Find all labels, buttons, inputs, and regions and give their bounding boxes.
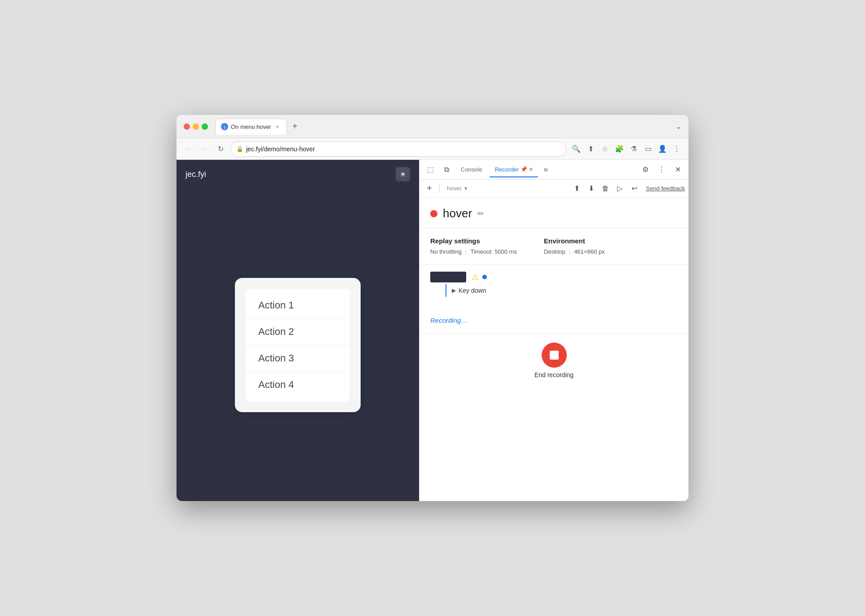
step-dot — [482, 275, 487, 279]
edit-title-icon[interactable]: ✏ — [477, 209, 484, 219]
tab-title: On menu hover — [231, 123, 271, 130]
environment-details: Desktop | 461×660 px — [544, 248, 605, 255]
back-button[interactable]: ← — [182, 143, 194, 155]
traffic-lights — [184, 123, 208, 130]
devtools-close-icon[interactable]: ✕ — [671, 163, 685, 177]
recorder-tab-close[interactable]: × — [529, 166, 533, 173]
tab-console[interactable]: Console — [455, 163, 488, 177]
menu-item-4[interactable]: Action 4 — [246, 372, 350, 398]
browser-window: j On menu hover × + ⌄ ← → ↻ 🔒 jec.fyi/de… — [177, 115, 688, 501]
site-title: jec.fyi — [185, 170, 206, 179]
address-bar: ← → ↻ 🔒 jec.fyi/demo/menu-hover 🔍 ⬆ ☆ 🧩 … — [177, 138, 688, 160]
replay-details: No throttling | Timeout: 5000 ms — [430, 248, 517, 255]
menu-item-2[interactable]: Action 2 — [246, 319, 350, 345]
key-down-step[interactable]: ▶ Key down — [452, 287, 486, 294]
recording-title: hover — [443, 207, 472, 220]
menu-card: Action 1 Action 2 Action 3 Action 4 — [235, 278, 361, 412]
details-divider: | — [465, 248, 467, 255]
address-field[interactable]: 🔒 jec.fyi/demo/menu-hover — [230, 141, 566, 157]
more-icon[interactable]: ⋮ — [671, 143, 683, 155]
step-bar — [430, 272, 466, 282]
toolbar-divider — [439, 184, 440, 193]
end-recording-label: End recording — [534, 371, 574, 378]
speed-button[interactable]: ↩ — [628, 182, 640, 195]
devtools-panel: ⬚ ⧉ Console Recorder 📌 × » ⚙ ⋮ ✕ — [419, 160, 688, 501]
device-value: Desktop — [544, 248, 565, 255]
replay-settings-heading: Replay settings — [430, 237, 517, 245]
search-icon[interactable]: 🔍 — [570, 143, 583, 155]
environment-heading: Environment — [544, 237, 605, 245]
lab-icon[interactable]: ⚗ — [627, 143, 640, 155]
step-expand-arrow: ▶ — [452, 287, 456, 294]
recording-indicator — [430, 210, 437, 217]
refresh-button[interactable]: ↻ — [214, 143, 227, 155]
select-element-icon[interactable]: ⬚ — [423, 163, 437, 177]
devtools-settings-icon[interactable]: ⚙ — [638, 163, 653, 177]
size-value: 461×660 px — [574, 248, 605, 255]
tab-close-button[interactable]: × — [274, 123, 281, 130]
maximize-window-button[interactable] — [202, 123, 208, 130]
account-icon[interactable]: 👤 — [656, 143, 669, 155]
device-toolbar-icon[interactable]: ⧉ — [439, 163, 454, 177]
add-recording-button[interactable]: + — [423, 182, 436, 195]
tab-recorder[interactable]: Recorder 📌 × — [490, 162, 538, 177]
recording-header: hover ✏ — [419, 198, 688, 228]
webpage-header: jec.fyi ☀ — [177, 160, 419, 189]
webpage-body: Action 1 Action 2 Action 3 Action 4 — [177, 189, 419, 501]
step-row: ⚠ — [430, 272, 678, 282]
delete-button[interactable]: 🗑 — [599, 182, 612, 195]
theme-toggle-button[interactable]: ☀ — [396, 167, 410, 181]
recording-status: Recording… — [419, 308, 688, 333]
step-label: Key down — [459, 287, 486, 294]
stop-recording-button[interactable] — [542, 343, 567, 368]
recording-selector[interactable]: hover ▾ — [443, 183, 471, 194]
recorder-active-icon: 📌 — [521, 166, 527, 172]
steps-section: ⚠ ▶ Key down — [419, 264, 688, 308]
forward-button[interactable]: → — [198, 143, 211, 155]
timeline-line — [446, 284, 446, 297]
active-tab[interactable]: j On menu hover × — [215, 119, 287, 135]
more-tabs-button[interactable]: » — [540, 163, 552, 176]
devtools-tab-bar: ⬚ ⧉ Console Recorder 📌 × » ⚙ ⋮ ✕ — [419, 160, 688, 180]
webpage-area: jec.fyi ☀ Action 1 Action 2 Action 3 Act… — [177, 160, 419, 501]
bookmark-icon[interactable]: ☆ — [599, 143, 611, 155]
stop-icon — [550, 351, 559, 360]
extensions-icon[interactable]: 🧩 — [613, 143, 626, 155]
tab-bar: j On menu hover × + ⌄ — [215, 119, 681, 135]
env-divider: | — [569, 248, 570, 255]
menu-item-1[interactable]: Action 1 — [246, 292, 350, 319]
replay-button[interactable]: ▷ — [613, 182, 626, 195]
end-recording-section: End recording — [419, 333, 688, 387]
recorder-content: hover ✏ Replay settings No throttling | … — [419, 198, 688, 501]
main-content: jec.fyi ☀ Action 1 Action 2 Action 3 Act… — [177, 160, 688, 501]
title-bar: j On menu hover × + ⌄ — [177, 115, 688, 138]
menu-list: Action 1 Action 2 Action 3 Action 4 — [246, 289, 350, 401]
new-tab-button[interactable]: + — [289, 120, 301, 133]
close-window-button[interactable] — [184, 123, 190, 130]
recorder-toolbar: + hover ▾ ⬆ ⬇ 🗑 ▷ ↩ Send feedback — [419, 180, 688, 198]
send-feedback-link[interactable]: Send feedback — [646, 185, 685, 192]
minimize-window-button[interactable] — [193, 123, 199, 130]
timeout-value: Timeout: 5000 ms — [470, 248, 517, 255]
menu-item-3[interactable]: Action 3 — [246, 345, 350, 372]
replay-settings-col: Replay settings No throttling | Timeout:… — [430, 237, 517, 255]
lock-icon: 🔒 — [236, 145, 243, 152]
sidebar-toggle-icon[interactable]: ▭ — [642, 143, 654, 155]
warning-icon: ⚠ — [472, 272, 479, 282]
environment-col: Environment Desktop | 461×660 px — [544, 237, 605, 255]
share-icon[interactable]: ⬆ — [584, 143, 597, 155]
throttling-value: No throttling — [430, 248, 462, 255]
download-button[interactable]: ⬇ — [585, 182, 597, 195]
devtools-more-icon[interactable]: ⋮ — [654, 163, 669, 177]
tab-chevron[interactable]: ⌄ — [675, 122, 681, 131]
step-indicator: ⚠ — [472, 272, 487, 282]
address-actions: 🔍 ⬆ ☆ 🧩 ⚗ ▭ 👤 ⋮ — [570, 143, 683, 155]
replay-settings-section: Replay settings No throttling | Timeout:… — [419, 228, 688, 264]
devtools-actions: ⚙ ⋮ ✕ — [638, 163, 685, 177]
tab-favicon: j — [221, 123, 228, 130]
url-text: jec.fyi/demo/menu-hover — [246, 145, 560, 153]
upload-button[interactable]: ⬆ — [570, 182, 583, 195]
